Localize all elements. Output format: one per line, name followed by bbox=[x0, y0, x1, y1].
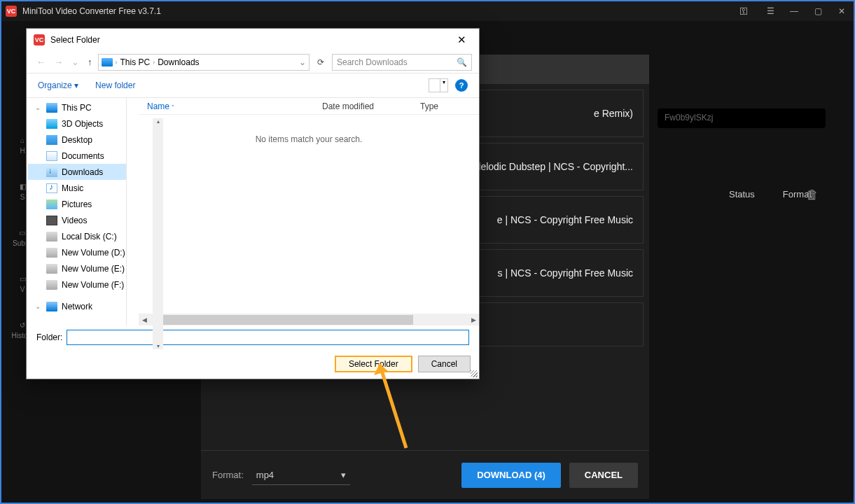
nav-back[interactable]: ← bbox=[34, 55, 48, 69]
download-button[interactable]: DOWNLOAD (4) bbox=[461, 463, 561, 488]
nav-up[interactable]: ↑ bbox=[85, 55, 95, 69]
search-icon: 🔍 bbox=[457, 57, 467, 67]
rail-sh[interactable]: ◧S bbox=[20, 183, 26, 201]
new-folder-button[interactable]: New folder bbox=[95, 80, 135, 90]
tree-node-network[interactable]: Network bbox=[28, 298, 126, 314]
app-logo: VC bbox=[6, 6, 17, 17]
hscrollbar[interactable]: ◀▶ bbox=[139, 314, 479, 326]
minimize-button[interactable]: — bbox=[782, 1, 806, 21]
empty-message: No items match your search. bbox=[139, 115, 479, 144]
refresh-button[interactable]: ⟳ bbox=[312, 57, 329, 67]
pc-icon bbox=[102, 58, 113, 66]
tree-node-music[interactable]: Music bbox=[28, 180, 126, 196]
tree-node-desktop[interactable]: Desktop bbox=[28, 132, 126, 148]
dialog-close-button[interactable]: ✕ bbox=[452, 31, 472, 49]
cancel-button[interactable]: Cancel bbox=[418, 356, 471, 372]
chevron-down-icon: ▾ bbox=[341, 470, 346, 480]
tree-node-3d-objects[interactable]: 3D Objects bbox=[28, 115, 126, 132]
tree-node-new-volume-f-[interactable]: New Volume (F:) bbox=[28, 276, 126, 293]
search-input[interactable]: Search Downloads 🔍 bbox=[332, 54, 472, 71]
url-bar[interactable]: Fw0b9ylSKzj bbox=[658, 108, 826, 128]
dialog-logo: VC bbox=[34, 34, 45, 46]
col-date[interactable]: Date modified bbox=[314, 102, 412, 111]
tree-node-this-pc[interactable]: This PC bbox=[28, 99, 126, 115]
folder-label: Folder: bbox=[36, 332, 62, 342]
tree-node-local-disk-c-[interactable]: Local Disk (C:) bbox=[28, 228, 126, 244]
organize-menu[interactable]: Organize ▾ bbox=[38, 80, 78, 90]
folder-tree[interactable]: This PC3D ObjectsDesktopDocumentsDownloa… bbox=[27, 98, 127, 326]
dialog-title: Select Folder bbox=[50, 35, 100, 45]
menu-icon[interactable]: ☰ bbox=[758, 1, 782, 21]
key-icon[interactable]: ⚿ bbox=[732, 1, 756, 21]
nav-forward[interactable]: → bbox=[51, 55, 66, 69]
cancel-download-button[interactable]: CANCEL bbox=[569, 463, 638, 488]
nav-recent[interactable]: ⌄ bbox=[69, 55, 82, 69]
select-folder-dialog: VC Select Folder ✕ ← → ⌄ ↑ › This PC › D… bbox=[26, 28, 480, 379]
tree-node-videos[interactable]: Videos bbox=[28, 212, 126, 228]
app-title: MiniTool Video Converter Free v3.7.1 bbox=[22, 6, 161, 16]
rail-vc[interactable]: ▭V bbox=[20, 275, 26, 293]
help-button[interactable]: ? bbox=[455, 79, 468, 92]
tree-node-new-volume-d-[interactable]: New Volume (D:) bbox=[28, 244, 126, 260]
rail-home[interactable]: ⌂H bbox=[20, 136, 25, 155]
titlebar: VC MiniTool Video Converter Free v3.7.1 … bbox=[1, 1, 854, 21]
tree-node-new-volume-e-[interactable]: New Volume (E:) bbox=[28, 260, 126, 276]
tree-node-documents[interactable]: Documents bbox=[28, 148, 126, 164]
col-name[interactable]: Name ˄ bbox=[139, 102, 314, 111]
tree-node-pictures[interactable]: Pictures bbox=[28, 196, 126, 212]
col-status: Status bbox=[729, 189, 755, 200]
tree-scrollbar[interactable]: ▴▾ bbox=[153, 118, 163, 349]
breadcrumb[interactable]: › This PC › Downloads ⌄ bbox=[98, 54, 310, 71]
crumb-dropdown-icon[interactable]: ⌄ bbox=[299, 57, 306, 67]
trash-icon[interactable]: 🗑 bbox=[806, 188, 819, 202]
view-options[interactable]: ▾ bbox=[429, 78, 448, 92]
format-label: Format: bbox=[212, 470, 244, 480]
folder-input[interactable] bbox=[67, 330, 469, 345]
tree-node-downloads[interactable]: Downloads bbox=[28, 164, 126, 180]
maximize-button[interactable]: ▢ bbox=[806, 1, 830, 21]
close-button[interactable]: ✕ bbox=[830, 1, 854, 21]
resize-grip[interactable] bbox=[471, 370, 478, 377]
select-folder-button[interactable]: Select Folder bbox=[335, 356, 412, 372]
col-type[interactable]: Type bbox=[412, 102, 461, 111]
format-select[interactable]: mp4▾ bbox=[252, 465, 350, 485]
